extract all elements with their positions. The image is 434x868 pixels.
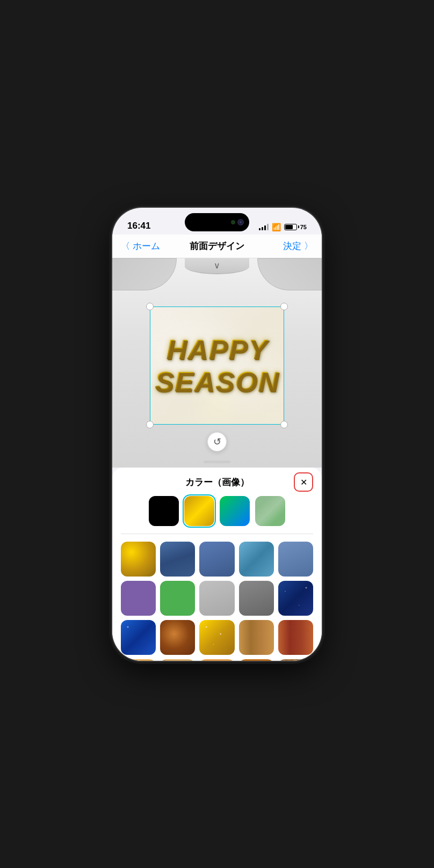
island-led [231, 220, 235, 224]
tshirt-shoulder-right [257, 258, 322, 290]
texture-wood-striped[interactable] [160, 659, 195, 660]
collapse-button[interactable]: ∨ [208, 260, 226, 271]
tshirt-background: ∨ HAPPY SEASON ↺ [112, 258, 322, 468]
island-camera [237, 219, 244, 225]
back-label: 〈 ホーム [121, 240, 160, 252]
texture-gray-light[interactable] [199, 581, 234, 616]
handle-top-right[interactable] [280, 303, 288, 310]
texture-silk-blue[interactable] [239, 542, 274, 577]
swatch-gold[interactable] [184, 496, 214, 526]
tshirt-shoulder-left [112, 258, 177, 290]
texture-denim-light[interactable] [278, 542, 313, 577]
battery-icon: 75 [284, 224, 307, 230]
page-title: 前面デザイン [190, 240, 244, 252]
texture-green[interactable] [160, 581, 195, 616]
collapse-arrow-icon: ∨ [214, 260, 220, 271]
swatch-gradient[interactable] [220, 496, 250, 526]
texture-glitter-blue[interactable] [278, 581, 313, 616]
bottom-panel: カラー（画像） ✕ [112, 468, 322, 661]
battery-tip [298, 225, 299, 228]
signal-bar-2 [262, 227, 263, 230]
wifi-icon: 📶 [272, 223, 281, 231]
texture-gray-medium[interactable] [239, 581, 274, 616]
nav-bar: 〈 ホーム 前面デザイン 決定 〉 [112, 235, 322, 258]
battery-body [284, 224, 297, 230]
texture-wood-stripe[interactable] [278, 659, 313, 660]
texture-gold-glitter[interactable] [199, 620, 234, 655]
signal-bar-1 [259, 228, 261, 230]
design-text-line2: SEASON [155, 366, 279, 398]
swatch-pattern[interactable] [255, 496, 285, 526]
status-icons: 📶 75 [259, 223, 307, 231]
texture-gold-bokeh[interactable] [121, 542, 156, 577]
texture-denim-medium[interactable] [199, 542, 234, 577]
phone-frame: 16:41 📶 75 〈 ホーム 前面デザイン 決定 〉 [112, 208, 322, 661]
panel-header: カラー（画像） ✕ [121, 476, 313, 488]
battery-level: 75 [300, 224, 307, 230]
battery-fill [285, 225, 293, 229]
texture-wood-red[interactable] [278, 620, 313, 655]
close-icon: ✕ [300, 477, 307, 487]
signal-bar-3 [264, 225, 266, 230]
design-area: ∨ HAPPY SEASON ↺ [112, 258, 322, 468]
texture-orange-dark[interactable] [239, 659, 274, 660]
rotate-icon: ↺ [213, 436, 221, 448]
design-text-line1: HAPPY [166, 333, 267, 366]
texture-orange-flat[interactable] [199, 659, 234, 660]
signal-bar-4 [267, 224, 269, 230]
texture-grid [121, 542, 313, 661]
handle-top-left[interactable] [146, 303, 154, 310]
texture-blue-glitter[interactable] [121, 620, 156, 655]
design-container[interactable]: HAPPY SEASON ↺ [150, 307, 284, 425]
texture-bronze-glitter[interactable] [160, 620, 195, 655]
texture-wood-light-orange[interactable] [239, 620, 274, 655]
signal-icon [259, 224, 269, 230]
action-label: 決定 〉 [283, 241, 313, 251]
quick-swatches-row [121, 496, 313, 534]
handle-bottom-left[interactable] [146, 421, 154, 428]
drag-indicator [204, 461, 230, 463]
rotate-handle[interactable]: ↺ [207, 432, 227, 451]
texture-purple[interactable] [121, 581, 156, 616]
action-button[interactable]: 決定 〉 [283, 240, 313, 252]
swatch-black[interactable] [149, 496, 179, 526]
close-button[interactable]: ✕ [294, 472, 313, 492]
texture-denim-dark[interactable] [160, 542, 195, 577]
texture-wood-pale[interactable] [121, 659, 156, 660]
handle-bottom-right[interactable] [280, 421, 288, 428]
dynamic-island [185, 213, 249, 231]
panel-title: カラー（画像） [185, 476, 249, 488]
back-button[interactable]: 〈 ホーム [121, 240, 160, 252]
